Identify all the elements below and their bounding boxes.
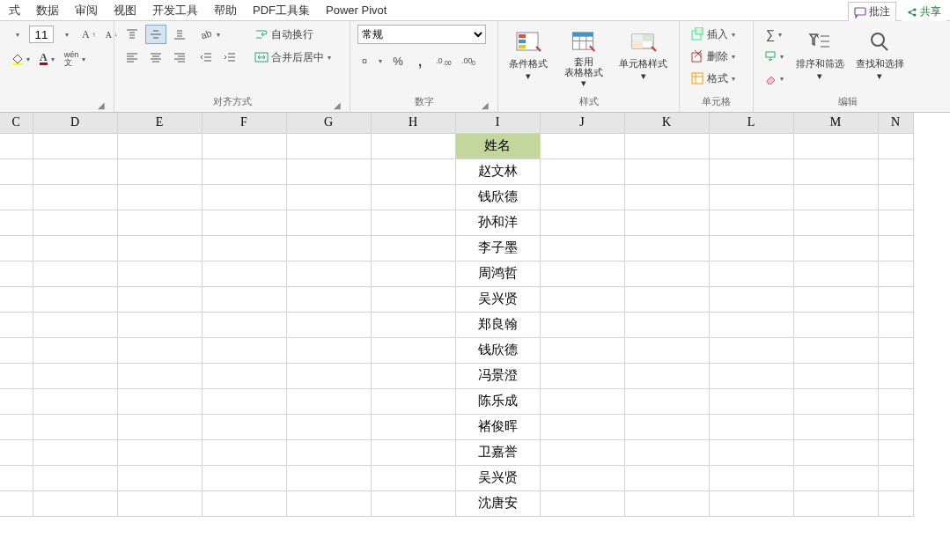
phonetic-guide-button[interactable]: wén文▾ xyxy=(61,49,90,69)
alignment-dialog-launcher[interactable]: ◢ xyxy=(334,100,341,110)
conditional-formatting-icon xyxy=(515,29,541,54)
wrap-text-button[interactable]: 自动换行 xyxy=(251,25,348,44)
clear-button[interactable]: ▾ xyxy=(761,69,787,88)
eraser-icon xyxy=(764,72,777,85)
align-right-button[interactable] xyxy=(169,48,190,67)
tab-developer[interactable]: 开发工具 xyxy=(152,3,198,18)
name-cell[interactable]: 郑良翰 xyxy=(455,312,540,337)
name-cell[interactable]: 孙和洋 xyxy=(455,210,540,235)
column-header-G[interactable]: G xyxy=(286,113,371,133)
table-header-name[interactable]: 姓名 xyxy=(455,133,540,158)
sort-filter-button[interactable]: 排序和筛选▾ xyxy=(792,25,847,93)
name-cell[interactable]: 冯景澄 xyxy=(455,363,540,388)
percent-style-button[interactable]: % xyxy=(388,51,408,70)
column-header-F[interactable]: F xyxy=(202,113,286,133)
column-header-C[interactable]: C xyxy=(0,113,33,133)
spreadsheet-grid[interactable]: CDEFGHIJKLMN姓名赵文林钱欣德孙和洋李子墨周鸿哲吴兴贤郑良翰钱欣德冯景… xyxy=(0,113,950,560)
name-cell[interactable]: 卫嘉誉 xyxy=(455,439,540,465)
svg-rect-17 xyxy=(572,33,593,37)
column-header-N[interactable]: N xyxy=(878,113,913,133)
decrease-indent-button[interactable] xyxy=(195,48,217,67)
name-cell[interactable]: 周鸿哲 xyxy=(455,261,540,286)
increase-decimal-button[interactable]: .0.00 xyxy=(432,51,455,70)
tab-pdf-toolkit[interactable]: PDF工具集 xyxy=(253,3,310,18)
font-size-dropdown[interactable]: ▾ xyxy=(56,25,76,44)
comments-label: 批注 xyxy=(869,4,890,19)
increase-font-button[interactable]: A↑ xyxy=(78,25,99,44)
delete-label: 删除 xyxy=(707,49,728,64)
number-format-select[interactable]: 常规 xyxy=(357,25,486,44)
name-cell[interactable]: 陈乐成 xyxy=(455,388,540,414)
fill-color-button[interactable]: ▾ xyxy=(7,49,33,69)
font-size-input[interactable] xyxy=(29,26,54,43)
decrease-decimal-button[interactable]: .00.0 xyxy=(458,51,481,70)
tab-help[interactable]: 帮助 xyxy=(214,3,237,18)
fill-button[interactable]: ▾ xyxy=(761,47,787,66)
column-header-I[interactable]: I xyxy=(455,113,540,133)
align-bottom-button[interactable] xyxy=(169,25,190,44)
svg-rect-4 xyxy=(12,63,23,65)
find-select-button[interactable]: 查找和选择▾ xyxy=(852,25,907,93)
comments-button[interactable]: 批注 xyxy=(848,2,896,22)
name-cell[interactable]: 吴兴贤 xyxy=(455,286,540,312)
table-format-icon xyxy=(571,29,597,53)
find-select-label: 查找和选择 xyxy=(856,57,904,70)
tab-formulas-partial[interactable]: 式 xyxy=(9,3,20,18)
align-center-button[interactable] xyxy=(145,48,166,67)
name-cell[interactable]: 沈唐安 xyxy=(455,490,540,516)
orientation-icon: ab xyxy=(199,27,213,41)
name-cell[interactable]: 褚俊晖 xyxy=(455,414,540,439)
editing-group-label: 编辑 xyxy=(838,96,858,107)
svg-rect-24 xyxy=(692,53,701,62)
autosum-button[interactable]: ∑▾ xyxy=(761,25,787,44)
column-header-K[interactable]: K xyxy=(624,113,709,133)
name-cell[interactable]: 钱欣德 xyxy=(455,337,540,363)
share-icon xyxy=(907,7,917,18)
format-icon xyxy=(690,71,704,85)
comment-icon xyxy=(854,6,866,18)
sigma-icon: ∑ xyxy=(766,27,775,41)
column-header-L[interactable]: L xyxy=(709,113,793,133)
tab-view[interactable]: 视图 xyxy=(114,3,136,18)
name-cell[interactable]: 赵文林 xyxy=(455,158,540,184)
number-dialog-launcher[interactable]: ◢ xyxy=(482,100,489,110)
comma-style-button[interactable]: , xyxy=(410,51,430,70)
number-group-label: 数字 xyxy=(415,96,434,107)
font-color-button[interactable]: A▾ xyxy=(36,49,58,69)
accounting-format-button[interactable]: ¤▾ xyxy=(357,51,386,70)
share-button[interactable]: 共享 xyxy=(902,2,946,22)
svg-rect-23 xyxy=(696,27,703,34)
font-name-dropdown[interactable]: ▾ xyxy=(7,25,26,44)
format-cells-button[interactable]: 格式▾ xyxy=(687,69,748,88)
align-left-button[interactable] xyxy=(122,48,143,67)
delete-cells-button[interactable]: 删除▾ xyxy=(687,47,748,66)
wrap-text-label: 自动换行 xyxy=(271,27,313,42)
share-label: 共享 xyxy=(920,4,941,19)
name-cell[interactable]: 李子墨 xyxy=(455,235,540,261)
cells-group-label: 单元格 xyxy=(702,96,731,107)
column-header-J[interactable]: J xyxy=(540,113,624,133)
cell-styles-icon xyxy=(630,29,657,54)
increase-indent-button[interactable] xyxy=(219,48,240,67)
orientation-button[interactable]: ab▾ xyxy=(195,25,224,44)
insert-cells-button[interactable]: 插入▾ xyxy=(687,25,748,44)
column-header-M[interactable]: M xyxy=(793,113,878,133)
column-header-D[interactable]: D xyxy=(33,113,117,133)
format-as-table-button[interactable]: 套用 表格格式▾ xyxy=(557,25,610,93)
align-top-button[interactable] xyxy=(122,25,143,44)
format-cells-label: 格式 xyxy=(707,71,728,86)
name-cell[interactable]: 吴兴贤 xyxy=(455,465,540,490)
align-middle-button[interactable] xyxy=(145,25,166,44)
name-cell[interactable]: 钱欣德 xyxy=(455,184,540,210)
tab-power-pivot[interactable]: Power Pivot xyxy=(326,4,387,17)
column-header-E[interactable]: E xyxy=(117,113,202,133)
svg-point-27 xyxy=(872,33,884,46)
tab-data[interactable]: 数据 xyxy=(36,3,59,18)
svg-rect-13 xyxy=(519,34,526,38)
merge-center-button[interactable]: 合并后居中▾ xyxy=(251,48,365,67)
tab-review[interactable]: 审阅 xyxy=(75,3,98,18)
column-header-H[interactable]: H xyxy=(371,113,455,133)
cell-styles-button[interactable]: 单元格样式▾ xyxy=(615,25,672,93)
conditional-formatting-button[interactable]: 条件格式▾ xyxy=(505,25,552,93)
font-dialog-launcher[interactable]: ◢ xyxy=(98,100,105,110)
